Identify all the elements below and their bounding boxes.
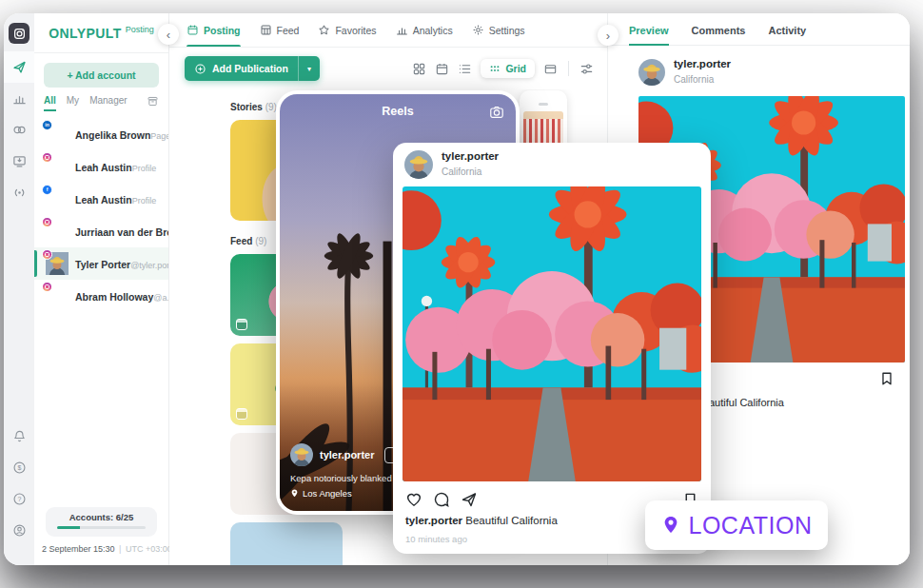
chevron-down-icon: ▾ xyxy=(307,65,311,73)
account-row[interactable]: Abram Holloway@a.holloway xyxy=(34,280,168,312)
question-glyph: ? xyxy=(17,496,21,502)
star-icon xyxy=(318,24,330,36)
add-account-label: + Add account xyxy=(67,69,135,81)
account-name: Leah Austin xyxy=(75,162,132,173)
reel-badge-icon xyxy=(236,408,247,420)
tab-posting[interactable]: Posting xyxy=(187,13,241,47)
post-photo xyxy=(403,186,701,481)
add-publication-label: Add Publication xyxy=(212,63,288,74)
account-subtitle: @a.holloway xyxy=(153,293,168,303)
account-list: in Angelika BrownPage Leah AustinProfile… xyxy=(34,114,168,501)
notifications-bell-icon[interactable] xyxy=(4,421,34,452)
instagram-badge-icon xyxy=(42,152,52,163)
post-preview-card: tyler.porter California tyler.porter Bea… xyxy=(393,143,711,554)
account-name: Tyler Porter xyxy=(75,259,130,270)
brand-header: ONLYPULT Posting xyxy=(34,13,168,53)
table-icon xyxy=(260,24,272,36)
instagram-badge-icon xyxy=(42,249,52,260)
collapse-panel-button[interactable]: ‹ xyxy=(158,24,179,45)
account-subtitle: @tyler.porter xyxy=(130,261,168,270)
tab-label: Settings xyxy=(489,25,525,36)
calendar-view-icon[interactable] xyxy=(435,62,449,76)
preview-location: California xyxy=(674,74,714,85)
brand-suffix: Posting xyxy=(126,25,154,34)
location-button[interactable]: LOCATION xyxy=(645,500,828,550)
datetime-separator: | xyxy=(119,544,121,554)
feed-thumbnail[interactable] xyxy=(230,522,343,565)
avatar[interactable] xyxy=(404,150,433,179)
account-row[interactable]: Leah AustinProfile xyxy=(34,150,168,183)
add-publication-dropdown[interactable]: ▾ xyxy=(299,56,320,81)
feed-label: Feed xyxy=(230,236,252,246)
plus-circle-icon xyxy=(194,63,206,75)
downloads-nav-icon[interactable] xyxy=(4,146,34,177)
list-view-icon[interactable] xyxy=(458,62,472,76)
calendar-icon xyxy=(187,24,199,36)
instagram-app-logo-icon[interactable] xyxy=(9,23,29,44)
tab-activity[interactable]: Activity xyxy=(768,25,806,45)
camera-icon[interactable] xyxy=(489,105,504,120)
post-username[interactable]: tyler.porter xyxy=(442,150,499,162)
links-nav-icon[interactable] xyxy=(4,114,34,146)
expand-panel-button[interactable]: › xyxy=(598,25,619,46)
broadcast-nav-icon[interactable] xyxy=(4,177,34,208)
compact-view-icon[interactable] xyxy=(543,62,558,76)
accounts-counter: Accounts: 6/25 xyxy=(46,507,157,537)
add-publication-button[interactable]: Add Publication ▾ xyxy=(185,56,320,81)
bookmark-icon[interactable] xyxy=(879,371,894,386)
help-icon[interactable]: ? xyxy=(4,483,34,515)
accounts-counter-label: Accounts: 6/25 xyxy=(57,512,146,522)
account-subtitle: Profile xyxy=(132,196,157,206)
app-window: $ ? ONLYPULT Posting ‹ + Add account All… xyxy=(4,13,910,565)
accounts-progress-bar xyxy=(57,526,146,529)
brand-logo: ONLYPULT xyxy=(49,26,121,41)
account-row[interactable]: f Leah AustinProfile xyxy=(34,183,168,215)
tab-preview[interactable]: Preview xyxy=(629,25,669,45)
utc-offset: UTC +03:00 xyxy=(126,544,172,554)
grid-view-active-button[interactable]: Grid xyxy=(481,59,535,78)
toolbar-divider xyxy=(568,61,569,76)
view-controls: Grid xyxy=(412,59,594,78)
grid-label: Grid xyxy=(505,63,526,74)
tab-favorites[interactable]: Favorites xyxy=(318,13,376,47)
reels-location-label: Los Angeles xyxy=(303,488,352,499)
tab-settings[interactable]: Settings xyxy=(472,13,525,47)
tab-manager[interactable]: Manager xyxy=(89,95,127,109)
posting-nav-icon[interactable] xyxy=(4,51,34,83)
collapse-icon: ‹ xyxy=(167,29,170,41)
share-icon[interactable] xyxy=(461,491,478,508)
account-row[interactable]: Jurriaan van der Broek@jurriaan xyxy=(34,215,168,247)
profile-icon[interactable] xyxy=(4,515,34,546)
filters-icon[interactable] xyxy=(579,62,594,76)
like-heart-icon[interactable] xyxy=(405,491,422,508)
reels-username[interactable]: tyler.porter xyxy=(320,449,374,461)
preview-tab-bar: Preview Comments Activity xyxy=(608,13,910,46)
grid-view-icon[interactable] xyxy=(412,62,426,76)
instagram-badge-icon xyxy=(42,217,52,227)
tab-analytics[interactable]: Analytics xyxy=(396,13,453,47)
tab-my[interactable]: My xyxy=(67,95,79,109)
accounts-footer: Accounts: 6/25 2 September 15:30 | UTC +… xyxy=(34,501,168,565)
comment-icon[interactable] xyxy=(433,491,450,508)
archive-icon[interactable] xyxy=(147,95,159,108)
tab-all[interactable]: All xyxy=(44,95,56,111)
grid-dots-icon xyxy=(489,63,501,74)
pin-icon xyxy=(290,488,299,499)
accounts-panel: ONLYPULT Posting ‹ + Add account All My … xyxy=(34,13,169,565)
accounts-progress-fill xyxy=(57,526,80,529)
account-subtitle: Page xyxy=(150,131,168,141)
preview-profile: tyler.porter California xyxy=(638,58,910,87)
account-row[interactable]: in Angelika BrownPage xyxy=(34,118,168,150)
billing-icon[interactable]: $ xyxy=(4,452,34,483)
account-row-selected[interactable]: Tyler Porter@tyler.porter xyxy=(34,247,168,280)
tab-feed[interactable]: Feed xyxy=(260,13,300,47)
add-account-button[interactable]: + Add account xyxy=(44,63,159,88)
tab-label: Analytics xyxy=(413,25,453,36)
tab-comments[interactable]: Comments xyxy=(692,25,746,45)
analytics-nav-icon[interactable] xyxy=(4,83,34,114)
avatar[interactable] xyxy=(290,443,313,466)
reels-header: Reels xyxy=(280,105,516,118)
instagram-badge-icon xyxy=(42,282,52,292)
post-location[interactable]: California xyxy=(442,167,481,177)
tab-label: Favorites xyxy=(335,25,376,36)
